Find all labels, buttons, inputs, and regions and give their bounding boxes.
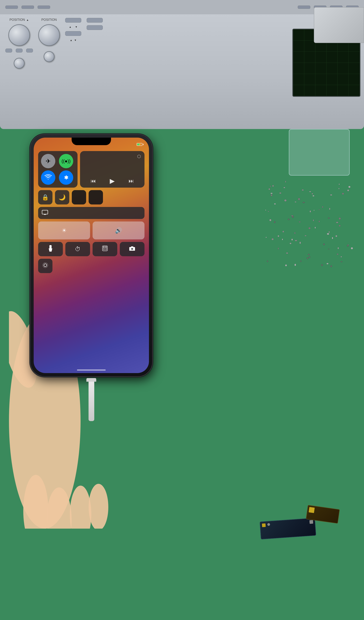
screw-dot: [319, 221, 320, 222]
ch2-volts-knob[interactable]: [44, 51, 54, 62]
bluetooth-button[interactable]: ✱: [59, 170, 73, 185]
screw-dot: [309, 191, 311, 192]
ch1-volts-knob[interactable]: [14, 58, 25, 69]
pcb-component-1: [267, 523, 270, 526]
gen-on-button[interactable]: [87, 18, 103, 23]
screw-dot: [319, 209, 320, 210]
screw-dot: [342, 193, 344, 195]
airplane-mode-button[interactable]: ✈: [41, 154, 55, 168]
math-button[interactable]: [16, 48, 23, 52]
control-center: ✈ ((●)): [38, 151, 145, 359]
ch1-controls: POSITION: [5, 18, 33, 69]
screw-dot: [308, 227, 310, 229]
phone-body: ⚡ ✈: [30, 134, 152, 376]
pcb-component-2: [309, 520, 313, 524]
gen-on-off-controls: [87, 18, 103, 30]
svg-rect-16: [42, 210, 48, 214]
position-label-left: POSITION: [10, 18, 25, 22]
screw-dot: [339, 225, 341, 227]
screw-dot: [272, 238, 274, 240]
cc-connectivity-block: ✈ ((●)): [38, 151, 77, 188]
notch: [72, 138, 111, 145]
screw-dot: [274, 221, 275, 223]
save-recall-button[interactable]: [21, 6, 34, 9]
cellular-button[interactable]: ((●)): [59, 154, 73, 168]
screen-mirror-button[interactable]: [38, 207, 145, 219]
screw-dot: [291, 215, 293, 216]
airplay-icon[interactable]: ⬡: [137, 154, 141, 159]
screw-dot: [271, 193, 273, 194]
display-button[interactable]: [38, 6, 50, 9]
camera-button[interactable]: [120, 242, 145, 256]
svg-point-14: [70, 486, 91, 529]
screw-dot: [272, 185, 274, 187]
screw-dot: [278, 248, 279, 249]
pcb-area: [260, 505, 350, 548]
portrait-lock-icon: 🔒: [42, 194, 49, 201]
phone: ⚡ ✈: [30, 134, 152, 382]
prev-button[interactable]: ⏮: [91, 178, 96, 184]
battery-tip: [143, 144, 144, 145]
portrait-lock-button[interactable]: 🔒: [38, 190, 52, 204]
screw-dot: [323, 244, 325, 245]
f7-button[interactable]: [5, 6, 18, 9]
next-button[interactable]: ⏭: [129, 178, 134, 184]
status-right: ⚡: [135, 143, 144, 146]
nfc-button[interactable]: [38, 259, 52, 273]
ch1-position-knob[interactable]: [8, 24, 30, 46]
parts-container: [289, 129, 350, 176]
screen-mirror-icon: [42, 210, 48, 216]
gen-arrow-up: [69, 25, 72, 29]
blank-button-1[interactable]: [72, 190, 86, 204]
screw-dot: [322, 206, 323, 208]
screw-dot: [279, 192, 281, 194]
svg-rect-22: [103, 248, 104, 249]
calculator-button[interactable]: [93, 242, 117, 256]
svg-point-30: [44, 264, 47, 267]
svg-point-15: [89, 484, 108, 529]
volume-icon: 🔊: [115, 227, 122, 234]
aluminum-box: [314, 7, 364, 43]
gen-controls: [65, 18, 81, 42]
svg-rect-26: [104, 249, 105, 250]
timer-button[interactable]: ⏱: [65, 242, 90, 256]
ch2-position-knob[interactable]: [38, 24, 60, 46]
cc-media-controls: ⏮ ▶ ⏭: [84, 177, 141, 185]
screw-dot: [313, 219, 314, 221]
brightness-slider[interactable]: ☀: [38, 221, 90, 239]
screw-dot: [267, 261, 268, 262]
gen-off-button[interactable]: [87, 25, 103, 30]
screw-dot: [327, 233, 329, 234]
ch1-button[interactable]: [5, 48, 12, 52]
gen-button[interactable]: [65, 18, 81, 23]
screw-dot: [351, 247, 353, 249]
screw-dot: [341, 261, 343, 262]
volume-slider[interactable]: 🔊: [93, 221, 145, 239]
nfc-icon: [42, 262, 48, 270]
do-not-disturb-button[interactable]: 🌙: [55, 190, 69, 204]
phone-screen: ⚡ ✈: [34, 138, 149, 373]
dso-button[interactable]: [65, 31, 81, 36]
arrow-up-icon: [26, 18, 29, 21]
screw-dot: [349, 186, 350, 188]
svg-rect-27: [106, 249, 107, 250]
play-button[interactable]: ▶: [110, 177, 115, 185]
ch2-button[interactable]: [26, 48, 33, 52]
screw-dot: [299, 221, 301, 222]
screw-dot: [341, 256, 342, 257]
wifi-button[interactable]: [41, 170, 55, 185]
screw-dot: [283, 231, 284, 232]
flashlight-button[interactable]: [38, 242, 63, 256]
menu-button[interactable]: [298, 6, 310, 9]
cc-nfc-row: [38, 259, 145, 273]
screw-dot: [270, 186, 271, 187]
screw-dot: [285, 264, 287, 266]
screw-dot: [282, 239, 283, 240]
screw-dot: [337, 254, 338, 255]
screw-dot: [295, 240, 297, 241]
screw-dot: [348, 244, 349, 246]
screw-dot: [288, 219, 290, 220]
battery-icon: ⚡: [137, 143, 144, 146]
blank-button-2[interactable]: [89, 190, 103, 204]
screw-dot: [294, 264, 296, 266]
